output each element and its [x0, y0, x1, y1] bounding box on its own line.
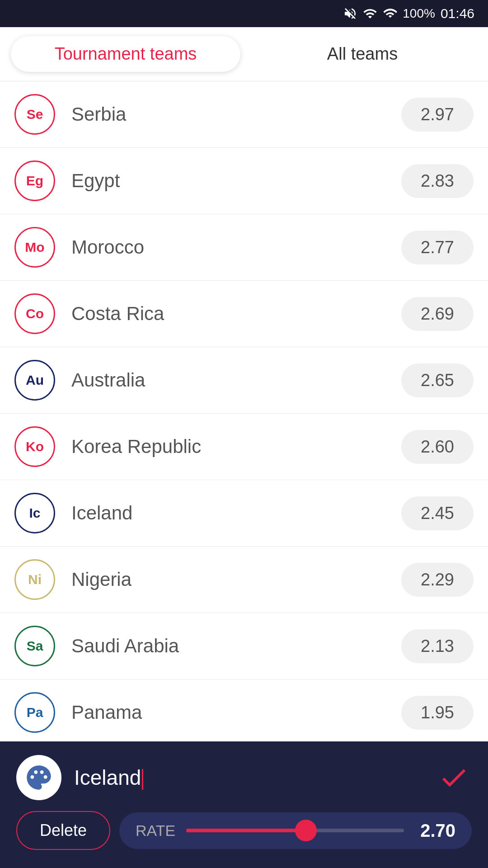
delete-button[interactable]: Delete: [16, 811, 110, 850]
team-name-saudi: Saudi Arabia: [71, 635, 401, 657]
confirm-button[interactable]: [436, 760, 472, 796]
team-avatar-egypt: Eg: [14, 160, 55, 201]
tab-bar: Tournament teams All teams: [0, 27, 488, 81]
rate-control: RATE 2.70: [119, 812, 472, 849]
team-avatar-iceland: Ic: [14, 493, 55, 533]
team-rate-serbia: 2.97: [401, 98, 474, 132]
tab-all-teams[interactable]: All teams: [248, 36, 477, 72]
team-avatar-saudi: Sa: [14, 626, 55, 666]
status-icons: 100% 01:46: [343, 6, 474, 21]
team-rate-nigeria: 2.29: [401, 563, 474, 597]
team-avatar-australia: Au: [14, 360, 55, 401]
team-name-costarica: Costa Rica: [71, 303, 401, 325]
checkmark-icon: [438, 762, 469, 793]
bottom-avatar: [16, 755, 61, 800]
team-avatar-costarica: Co: [14, 293, 55, 334]
team-rate-morocco: 2.77: [401, 231, 474, 264]
team-name-panama: Panama: [71, 702, 401, 723]
team-name-korea: Korea Republic: [71, 436, 401, 458]
team-rate-saudi: 2.13: [401, 629, 474, 663]
team-row-costarica[interactable]: CoCosta Rica2.69: [0, 281, 488, 347]
team-row-panama[interactable]: PaPanama1.95: [0, 679, 488, 745]
team-row-saudi[interactable]: SaSaudi Arabia2.13: [0, 613, 488, 679]
team-row-australia[interactable]: AuAustralia2.65: [0, 347, 488, 414]
rate-slider-track[interactable]: [186, 829, 404, 832]
team-avatar-nigeria: Ni: [14, 559, 55, 600]
team-avatar-morocco: Mo: [14, 227, 55, 268]
team-name-iceland: Iceland: [71, 502, 401, 524]
team-avatar-panama: Pa: [14, 692, 55, 733]
team-rate-iceland: 2.45: [401, 496, 474, 530]
team-rate-korea: 2.60: [401, 430, 474, 464]
team-rate-egypt: 2.83: [401, 164, 474, 198]
team-avatar-serbia: Se: [14, 94, 55, 135]
team-name-nigeria: Nigeria: [71, 569, 401, 590]
bottom-team-row: Iceland: [16, 755, 472, 800]
battery-status: 100%: [403, 6, 435, 21]
rate-slider-thumb[interactable]: [295, 820, 317, 841]
team-rate-panama: 1.95: [401, 696, 474, 730]
team-row-korea[interactable]: KoKorea Republic2.60: [0, 414, 488, 480]
team-name-australia: Australia: [71, 369, 401, 391]
team-name-morocco: Morocco: [71, 236, 401, 258]
team-avatar-korea: Ko: [14, 426, 55, 467]
mute-icon: [343, 6, 357, 21]
palette-icon: [24, 763, 53, 792]
tab-tournament[interactable]: Tournament teams: [11, 36, 240, 72]
rate-value: 2.70: [415, 821, 455, 841]
bottom-team-name: Iceland: [74, 765, 423, 790]
clock: 01:46: [441, 6, 474, 21]
team-name-serbia: Serbia: [71, 104, 401, 125]
team-row-nigeria[interactable]: NiNigeria2.29: [0, 547, 488, 613]
bottom-actions-row: Delete RATE 2.70: [16, 811, 472, 850]
team-list: SeSerbia2.97EgEgypt2.83MoMorocco2.77CoCo…: [0, 81, 488, 745]
team-name-egypt: Egypt: [71, 170, 401, 192]
team-rate-costarica: 2.69: [401, 297, 474, 331]
wifi-icon: [363, 6, 377, 21]
team-rate-australia: 2.65: [401, 363, 474, 397]
team-row-egypt[interactable]: EgEgypt2.83: [0, 148, 488, 214]
signal-icon: [383, 6, 397, 21]
team-row-morocco[interactable]: MoMorocco2.77: [0, 214, 488, 281]
bottom-panel: Iceland Delete RATE 2.70: [0, 741, 488, 868]
status-bar: 100% 01:46: [0, 0, 488, 27]
team-row-serbia[interactable]: SeSerbia2.97: [0, 81, 488, 148]
rate-slider-fill: [186, 829, 306, 832]
team-row-iceland[interactable]: IcIceland2.45: [0, 480, 488, 547]
rate-label: RATE: [136, 822, 175, 840]
